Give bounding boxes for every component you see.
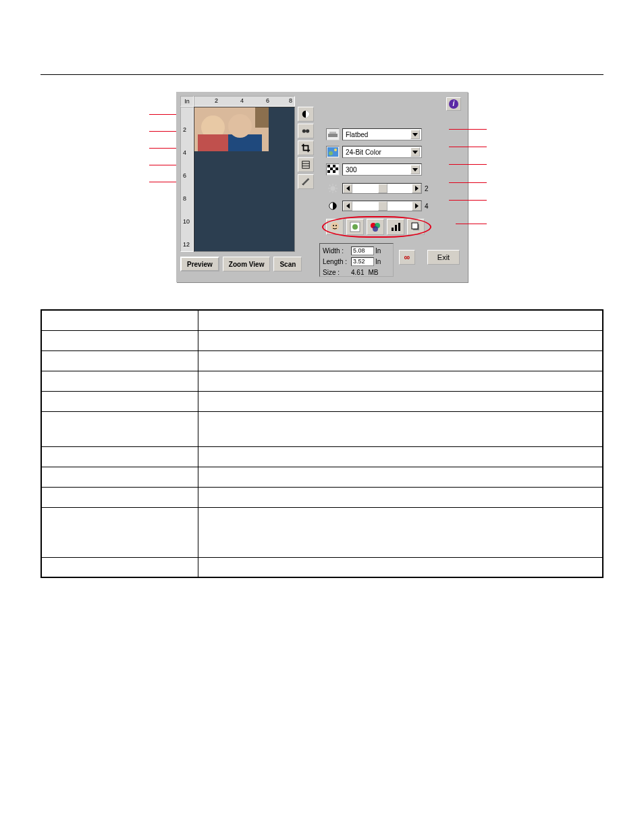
- ruler-unit: In: [180, 96, 194, 107]
- table-row: [41, 350, 603, 371]
- lock-aspect-button[interactable]: ∞: [399, 250, 415, 265]
- table-cell: [41, 350, 198, 371]
- callout-line: [149, 165, 176, 165]
- table-cell: [198, 507, 603, 557]
- invert-button[interactable]: [298, 107, 314, 122]
- autolevel-button[interactable]: [298, 157, 314, 172]
- contrast-slider[interactable]: [342, 201, 422, 211]
- ruler-mark: 2: [215, 97, 218, 104]
- scan-method-dropdown[interactable]: Flatbed: [342, 128, 422, 140]
- ruler-mark: 8: [289, 97, 292, 104]
- table-row: [41, 467, 603, 487]
- svg-rect-13: [333, 165, 336, 167]
- scanner-icon: [326, 128, 340, 140]
- invert-icon: [301, 109, 311, 119]
- slider-thumb[interactable]: [378, 184, 387, 193]
- table-row: [41, 310, 603, 330]
- chevron-down-icon: [410, 130, 420, 139]
- brightness-slider[interactable]: [342, 183, 422, 194]
- chevron-down-icon: [410, 165, 420, 174]
- callout-oval: [322, 216, 431, 238]
- resolution-row: 300: [326, 162, 422, 177]
- table-cell: [41, 507, 198, 557]
- svg-line-24: [336, 191, 337, 192]
- table-row: [41, 371, 603, 391]
- table-cell: [41, 411, 198, 446]
- ruler-mark: 8: [183, 195, 186, 202]
- table-cell: [41, 487, 198, 507]
- callout-line: [149, 131, 176, 132]
- mirror-button[interactable]: [298, 124, 314, 138]
- ruler-mark: 4: [183, 149, 186, 156]
- preview-area[interactable]: [194, 107, 295, 252]
- descreen-icon: [301, 177, 311, 186]
- resolution-dropdown[interactable]: 300: [342, 163, 422, 176]
- brightness-row: 2: [326, 181, 433, 196]
- svg-rect-8: [327, 147, 338, 157]
- length-label: Length :: [323, 257, 350, 267]
- scan-mode-row: 24-Bit Color: [326, 145, 422, 159]
- table-cell: [198, 391, 603, 411]
- slider-left-icon[interactable]: [343, 184, 352, 193]
- size-label: Size :: [323, 267, 350, 278]
- svg-rect-17: [333, 170, 336, 173]
- width-unit: In: [375, 246, 385, 256]
- table-cell: [41, 446, 198, 467]
- callout-line: [149, 182, 176, 182]
- crop-button[interactable]: [298, 140, 314, 155]
- scan-button[interactable]: Scan: [273, 257, 302, 271]
- scan-mode-dropdown[interactable]: 24-Bit Color: [342, 146, 422, 158]
- preview-button[interactable]: Preview: [180, 257, 219, 271]
- table-row: [41, 391, 603, 411]
- table-cell: [41, 310, 198, 330]
- svg-line-25: [336, 185, 337, 186]
- main-buttons: Preview Zoom View Scan: [180, 257, 302, 271]
- link-icon: ∞: [404, 253, 410, 262]
- tool-column: [298, 107, 314, 191]
- slider-right-icon[interactable]: [412, 201, 421, 211]
- zoom-view-button[interactable]: Zoom View: [223, 257, 271, 271]
- info-icon: i: [449, 99, 458, 109]
- slider-left-icon[interactable]: [343, 201, 352, 211]
- table-cell: [198, 350, 603, 371]
- descreen-button[interactable]: [298, 174, 314, 189]
- ruler-top: 2 4 6 8: [194, 96, 295, 107]
- contrast-value: 4: [425, 203, 433, 210]
- table-cell: [198, 330, 603, 350]
- svg-rect-3: [302, 161, 310, 169]
- table-cell: [198, 557, 603, 577]
- table-cell: [41, 371, 198, 391]
- brightness-icon: [326, 182, 340, 194]
- scan-mode-value: 24-Bit Color: [346, 149, 381, 156]
- table-row: [41, 330, 603, 350]
- table-cell: [198, 411, 603, 446]
- length-value[interactable]: 3.52: [351, 257, 374, 266]
- svg-point-1: [302, 129, 306, 132]
- table-cell: [41, 557, 198, 577]
- exit-button[interactable]: Exit: [427, 250, 460, 265]
- info-button[interactable]: i: [446, 97, 461, 111]
- svg-rect-14: [330, 167, 333, 170]
- ruler-mark: 10: [183, 218, 190, 225]
- ruler-left: 2 4 6 8 10 12: [180, 107, 194, 252]
- table-row: [41, 487, 603, 507]
- table-cell: [198, 310, 603, 330]
- size-unit: MB: [368, 267, 378, 278]
- mirror-icon: [301, 126, 311, 136]
- resolution-icon: [326, 163, 340, 176]
- ruler-mark: 4: [240, 97, 244, 104]
- table-cell: [41, 467, 198, 487]
- length-unit: In: [375, 257, 385, 267]
- width-value[interactable]: 5.08: [351, 246, 374, 255]
- brightness-value: 2: [425, 185, 433, 192]
- contrast-icon: [326, 200, 340, 212]
- svg-rect-6: [328, 134, 338, 137]
- slider-thumb[interactable]: [378, 201, 387, 211]
- ruler-mark: 6: [183, 172, 186, 179]
- table-cell: [198, 446, 603, 467]
- svg-rect-16: [327, 170, 330, 173]
- crop-icon: [301, 143, 311, 153]
- slider-right-icon[interactable]: [412, 184, 421, 193]
- palette-icon: [326, 146, 340, 158]
- table-row: [41, 507, 603, 557]
